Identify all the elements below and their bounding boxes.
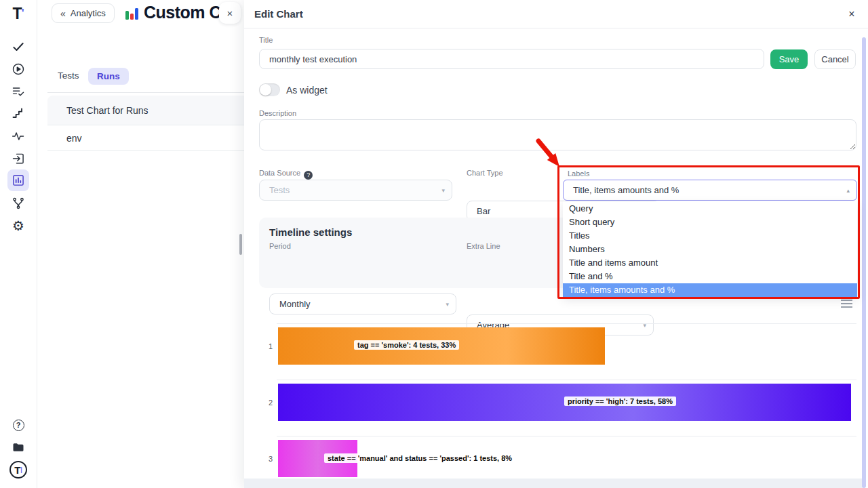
chart-type-label: Chart Type (467, 169, 503, 177)
chart-menu-icon[interactable] (841, 300, 852, 310)
branch-icon[interactable] (7, 192, 29, 214)
as-widget-label: As widget (286, 85, 328, 96)
labels-options-list: Query Short query Titles Numbers Title a… (563, 201, 857, 297)
data-source-value: Tests (269, 185, 290, 195)
tests-check-icon[interactable] (7, 36, 29, 58)
period-value: Monthly (279, 299, 311, 309)
extra-line-label: Extra Line (467, 242, 500, 250)
list-item-label: Test Chart for Runs (66, 105, 149, 116)
activity-pulse-icon[interactable] (7, 125, 29, 147)
edit-chart-panel: Edit Chart × Title Save Cancel As widget… (244, 0, 868, 488)
close-icon: × (848, 8, 854, 20)
close-icon: × (227, 7, 233, 19)
tab-tests[interactable]: Tests (58, 70, 79, 81)
chart-type-value: Bar (477, 206, 490, 216)
tab-runs[interactable]: Runs (88, 68, 129, 85)
description-field-label: Description (259, 109, 296, 117)
page-scrollbar-thumb[interactable] (239, 234, 242, 255)
help-badge-icon[interactable]: ? (304, 171, 313, 180)
period-select[interactable]: Monthly ▾ (269, 293, 456, 314)
labels-field-label: Labels (566, 169, 591, 178)
option-title-items-amounts-and-percent[interactable]: Title, items amounts and % (563, 283, 857, 297)
as-widget-toggle[interactable] (259, 83, 280, 96)
labels-select[interactable]: Title, items amounts and % ▴ (563, 180, 857, 201)
steps-icon[interactable] (7, 103, 29, 125)
chevron-down-icon: ▾ (441, 187, 445, 194)
option-title-and-items-amount[interactable]: Title and items amount (563, 256, 857, 269)
chart-row-1: 1 tag == 'smoke': 4 tests, 33% (277, 323, 856, 380)
tabs-divider (47, 92, 244, 93)
chart-row-3: 3 state == 'manual' and status == 'passe… (277, 436, 856, 479)
back-button-label: Analytics (71, 8, 106, 18)
page-title-group: Custom C (125, 3, 234, 22)
chart-bar-blue (135, 8, 138, 20)
option-query[interactable]: Query (563, 201, 857, 215)
save-button[interactable]: Save (770, 49, 808, 69)
list-item-env[interactable]: env (47, 125, 244, 151)
list-check-icon[interactable] (7, 81, 29, 102)
chevrons-left-icon: « (60, 8, 66, 19)
data-source-label-text: Data Source (259, 169, 300, 177)
account-logo-icon[interactable]: T| (7, 459, 29, 481)
panel-header (244, 0, 868, 28)
back-to-analytics-button[interactable]: « Analytics (52, 3, 115, 23)
bar-label: state == 'manual' and status == 'passed'… (324, 453, 515, 463)
toggle-knob (260, 84, 271, 96)
app-logo-tick: ' (22, 7, 24, 20)
import-icon[interactable] (7, 148, 29, 169)
period-label: Period (269, 242, 291, 250)
chart-row-2: 2 priority == 'high': 7 tests, 58% (277, 380, 856, 436)
folder-icon[interactable] (7, 436, 29, 458)
cancel-button[interactable]: Cancel (814, 49, 856, 69)
bar-label: tag == 'smoke': 4 tests, 33% (354, 340, 459, 350)
chart-bar-red (130, 14, 134, 20)
app-logo-letter: T (13, 5, 22, 23)
analytics-chart-icon[interactable] (7, 169, 29, 191)
option-numbers[interactable]: Numbers (563, 242, 857, 256)
help-question-glyph: ? (13, 420, 24, 431)
timeline-settings-heading: Timeline settings (269, 226, 352, 238)
data-source-select[interactable]: Tests ▾ (259, 180, 452, 201)
page-title: Custom C (144, 3, 221, 22)
gear-icon[interactable]: ⚙ (7, 215, 29, 237)
description-input[interactable] (259, 119, 856, 150)
bottom-strip (244, 479, 863, 488)
help-icon[interactable]: ? (7, 414, 29, 436)
account-logo-ring: T| (9, 461, 27, 479)
title-input[interactable] (259, 49, 764, 69)
chart-bar-green (125, 11, 129, 20)
panel-close-button[interactable]: × (844, 7, 859, 22)
chevron-up-icon: ▴ (846, 187, 850, 194)
option-title-and-percent[interactable]: Title and % (563, 269, 857, 283)
chevron-down-icon: ▾ (446, 301, 449, 308)
page-close-button[interactable]: × (219, 2, 241, 24)
panel-scrollbar[interactable] (862, 37, 866, 488)
play-circle-icon[interactable] (7, 58, 29, 80)
left-icon-rail: T' ⚙ ? T| (0, 0, 37, 488)
app-root: T' ⚙ ? T| (0, 0, 868, 488)
data-source-label: Data Source? (259, 169, 313, 180)
option-short-query[interactable]: Short query (563, 215, 857, 228)
app-logo-icon[interactable]: T' (7, 3, 29, 24)
panel-title: Edit Chart (254, 8, 303, 20)
row-number: 1 (260, 342, 273, 350)
title-field-label: Title (259, 36, 273, 44)
colorful-chart-icon (125, 6, 138, 20)
labels-selected-value: Title, items amounts and % (573, 185, 679, 195)
list-item-test-chart-for-runs[interactable]: Test Chart for Runs (47, 96, 244, 125)
bar-label: priority == 'high': 7 tests, 58% (564, 396, 676, 406)
list-item-label: env (66, 133, 82, 144)
option-titles[interactable]: Titles (563, 228, 857, 242)
row-number: 3 (260, 455, 273, 463)
row-number: 2 (260, 399, 273, 407)
